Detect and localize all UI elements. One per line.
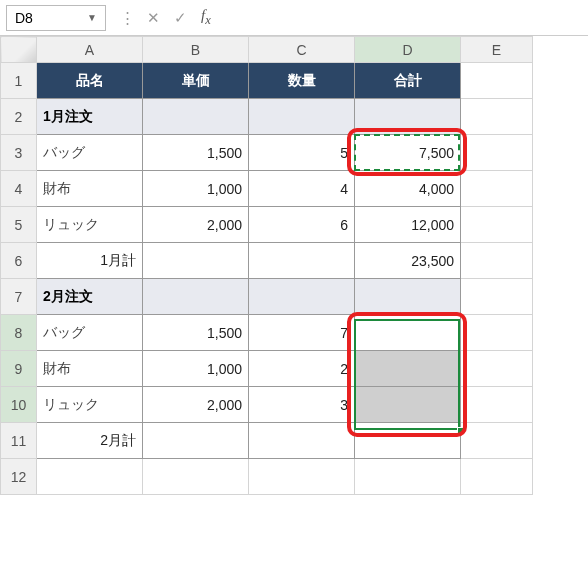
cell[interactable] [461, 171, 533, 207]
cell[interactable]: 1,500 [143, 315, 249, 351]
row-header[interactable]: 2 [1, 99, 37, 135]
row-header[interactable]: 9 [1, 351, 37, 387]
cell[interactable]: 1月計 [37, 243, 143, 279]
cell[interactable] [249, 279, 355, 315]
cell[interactable] [461, 99, 533, 135]
cell[interactable]: 数量 [249, 63, 355, 99]
cell[interactable]: 4 [249, 171, 355, 207]
cell[interactable] [355, 99, 461, 135]
expand-icon[interactable]: ⋮ [120, 9, 133, 27]
formula-bar: D8 ▼ ⋮ ✕ ✓ fx [0, 0, 588, 36]
cell[interactable]: 財布 [37, 351, 143, 387]
cell[interactable]: 7 [249, 315, 355, 351]
cell[interactable] [249, 423, 355, 459]
cell[interactable]: リュック [37, 207, 143, 243]
cell[interactable] [37, 459, 143, 495]
cell[interactable] [461, 423, 533, 459]
cell[interactable] [461, 351, 533, 387]
name-box-value: D8 [15, 10, 33, 26]
cell[interactable]: 1,500 [143, 135, 249, 171]
cell[interactable]: 6 [249, 207, 355, 243]
cell[interactable]: 5 [249, 135, 355, 171]
row-header[interactable]: 1 [1, 63, 37, 99]
cell[interactable] [249, 99, 355, 135]
grid[interactable]: A B C D E 1 品名 単価 数量 合計 2 1月注文 3 バッグ 1,5… [0, 36, 533, 495]
cell[interactable] [461, 63, 533, 99]
cell[interactable]: バッグ [37, 315, 143, 351]
cell[interactable]: 合計 [355, 63, 461, 99]
cell[interactable]: 2,000 [143, 387, 249, 423]
col-header-c[interactable]: C [249, 37, 355, 63]
cell[interactable] [143, 459, 249, 495]
cell[interactable]: 23,500 [355, 243, 461, 279]
cell[interactable] [249, 243, 355, 279]
col-header-a[interactable]: A [37, 37, 143, 63]
row-header[interactable]: 3 [1, 135, 37, 171]
select-all-corner[interactable] [1, 37, 37, 63]
cell[interactable]: 3 [249, 387, 355, 423]
spreadsheet: A B C D E 1 品名 単価 数量 合計 2 1月注文 3 バッグ 1,5… [0, 36, 588, 495]
cell[interactable] [461, 315, 533, 351]
cell[interactable] [461, 279, 533, 315]
cell[interactable] [461, 135, 533, 171]
row-header[interactable]: 10 [1, 387, 37, 423]
row-header[interactable]: 7 [1, 279, 37, 315]
cell-selected[interactable] [355, 387, 461, 423]
cell[interactable]: 12,000 [355, 207, 461, 243]
cell[interactable] [461, 243, 533, 279]
row-header[interactable]: 6 [1, 243, 37, 279]
cell[interactable] [143, 99, 249, 135]
cell[interactable]: 1,000 [143, 171, 249, 207]
cell[interactable] [355, 459, 461, 495]
cell[interactable]: 7,500 [355, 135, 461, 171]
row-header[interactable]: 4 [1, 171, 37, 207]
cell[interactable] [143, 243, 249, 279]
row-header[interactable]: 11 [1, 423, 37, 459]
enter-icon[interactable]: ✓ [174, 9, 187, 27]
col-header-d[interactable]: D [355, 37, 461, 63]
cell[interactable]: 2月計 [37, 423, 143, 459]
col-header-e[interactable]: E [461, 37, 533, 63]
cell[interactable]: 2 [249, 351, 355, 387]
row-header[interactable]: 5 [1, 207, 37, 243]
cell[interactable]: 1,000 [143, 351, 249, 387]
col-header-b[interactable]: B [143, 37, 249, 63]
chevron-down-icon: ▼ [87, 12, 97, 23]
cell[interactable] [355, 279, 461, 315]
cancel-icon[interactable]: ✕ [147, 9, 160, 27]
name-box[interactable]: D8 ▼ [6, 5, 106, 31]
row-header[interactable]: 8 [1, 315, 37, 351]
cell[interactable] [355, 423, 461, 459]
cell-selected[interactable] [355, 351, 461, 387]
cell-active[interactable] [355, 315, 461, 351]
fx-icon[interactable]: fx [201, 7, 211, 28]
cell[interactable] [461, 207, 533, 243]
cell[interactable]: 1月注文 [37, 99, 143, 135]
cell[interactable]: 2月注文 [37, 279, 143, 315]
cell[interactable]: バッグ [37, 135, 143, 171]
cell[interactable]: 4,000 [355, 171, 461, 207]
cell[interactable] [249, 459, 355, 495]
cell[interactable] [461, 387, 533, 423]
cell[interactable]: 品名 [37, 63, 143, 99]
cell[interactable]: リュック [37, 387, 143, 423]
formula-input[interactable] [225, 5, 582, 31]
formula-controls: ⋮ ✕ ✓ fx [114, 7, 217, 28]
cell[interactable] [143, 423, 249, 459]
row-header[interactable]: 12 [1, 459, 37, 495]
cell[interactable] [461, 459, 533, 495]
cell[interactable]: 2,000 [143, 207, 249, 243]
cell[interactable]: 単価 [143, 63, 249, 99]
cell[interactable] [143, 279, 249, 315]
cell[interactable]: 財布 [37, 171, 143, 207]
